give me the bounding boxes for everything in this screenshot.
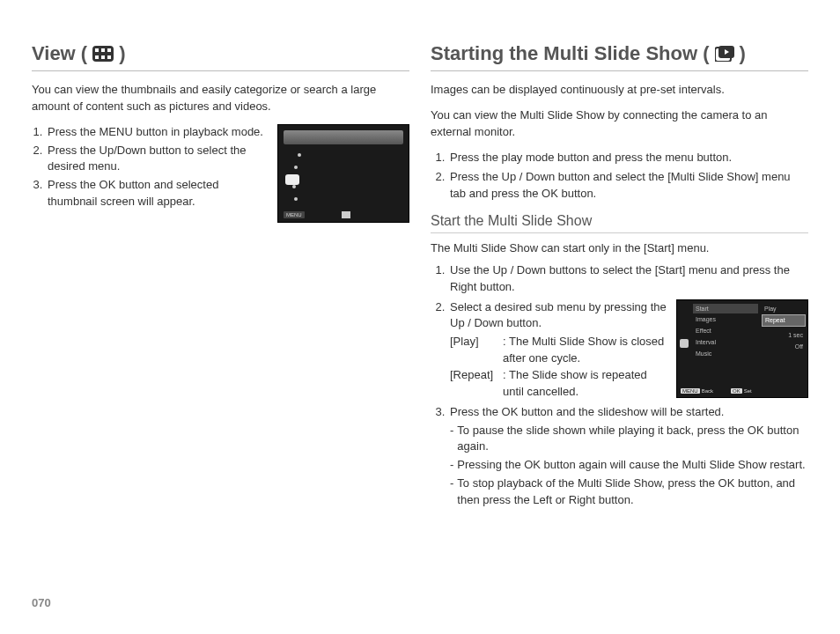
menu-item-effect: Effect [693,326,758,336]
step-b-1: Use the Up / Down buttons to select the … [448,262,808,296]
view-intro: You can view the thumbnails and easily c… [32,82,409,115]
menu-item-images: Images [693,314,758,325]
menu-screenshot: Start Images Effect Interval Music Play … [676,299,808,398]
menu-item-start: Start [693,304,758,314]
page-number: 070 [32,596,51,609]
grid-icon [285,174,299,185]
svg-rect-3 [107,48,111,52]
slideshow-heading-pre: Starting the Multi Slide Show ( [431,42,710,65]
start-subnote: The Multi Slide Show can start only in t… [431,240,808,257]
menu-item-music: Music [693,349,758,359]
menu-set-btn: OK [731,388,742,394]
slideshow-heading: Starting the Multi Slide Show ( ) [431,42,808,71]
svg-rect-0 [92,46,114,62]
slideshow-icon [715,46,734,62]
slideshow-heading-post: ) [740,42,746,65]
menu-val-interval: 1 sec [762,330,806,341]
menu-back-label: Back [702,388,713,394]
svg-rect-5 [101,55,105,59]
svg-rect-1 [95,48,99,52]
start-subheading: Start the Multi Slide Show [431,213,808,233]
menu-item-interval: Interval [693,337,758,348]
step-a-1: Press the play mode button and press the… [448,150,808,166]
menu-val-play: Play [762,304,806,314]
view-heading-pre: View ( [32,42,87,65]
view-step-2: Press the Up/Down button to select the d… [46,143,267,176]
svg-rect-6 [107,55,111,59]
step-b-2-text: Select a desired sub menu by pressing th… [450,300,667,330]
option-repeat-desc: : The Slide show is repeated until cance… [503,367,667,401]
menu-back-btn: MENU [681,388,700,394]
view-heading-post: ) [119,42,125,65]
view-step-3: Press the OK button and selected thumbna… [46,177,267,210]
slideshow-steps-a: Press the play mode button and press the… [431,150,808,203]
right-column: Starting the Multi Slide Show ( ) Images… [431,42,808,512]
menu-val-repeat: Repeat [762,314,806,327]
arrow-icon [342,211,350,218]
view-heading: View ( ) [32,42,409,71]
view-step-1: Press the MENU button in playback mode. [46,124,267,141]
menu-val-blank [762,328,806,329]
dash-3: To stop playback of the Multi Slide Show… [457,476,808,509]
dash-1: To pause the slide shown while playing i… [457,423,808,456]
menu-val-music: Off [762,342,806,352]
grid-icon [92,46,114,62]
option-repeat-label: [Repeat] [450,367,499,401]
svg-rect-2 [101,48,105,52]
menu-label: MENU [284,211,305,218]
view-steps: Press the MENU button in playback mode. … [32,124,267,212]
slideshow-intro-1: Images can be displayed continuously at … [431,82,808,99]
svg-rect-4 [95,55,99,59]
slideshow-icon [680,339,689,348]
step-b-3-text: Press the OK button and the slideshow wi… [450,405,724,418]
step-b-2: Select a desired sub menu by pressing th… [448,299,808,401]
dash-2: Pressing the OK button again will cause … [457,457,808,474]
option-play-label: [Play] [450,334,499,367]
step-b-3: Press the OK button and the slideshow wi… [448,404,808,509]
slideshow-intro-2: You can view the Multi Slide Show by con… [431,107,808,141]
option-play-desc: : The Multi Slide Show is closed after o… [503,334,667,367]
left-column: View ( ) You can view the thumbnails and… [32,42,409,512]
step-a-2: Press the Up / Down button and select th… [448,169,808,203]
slideshow-steps-b: Use the Up / Down buttons to select the … [431,262,808,509]
menu-set-label: Set [744,388,752,394]
thumbnail-screenshot: MENU [277,124,409,223]
